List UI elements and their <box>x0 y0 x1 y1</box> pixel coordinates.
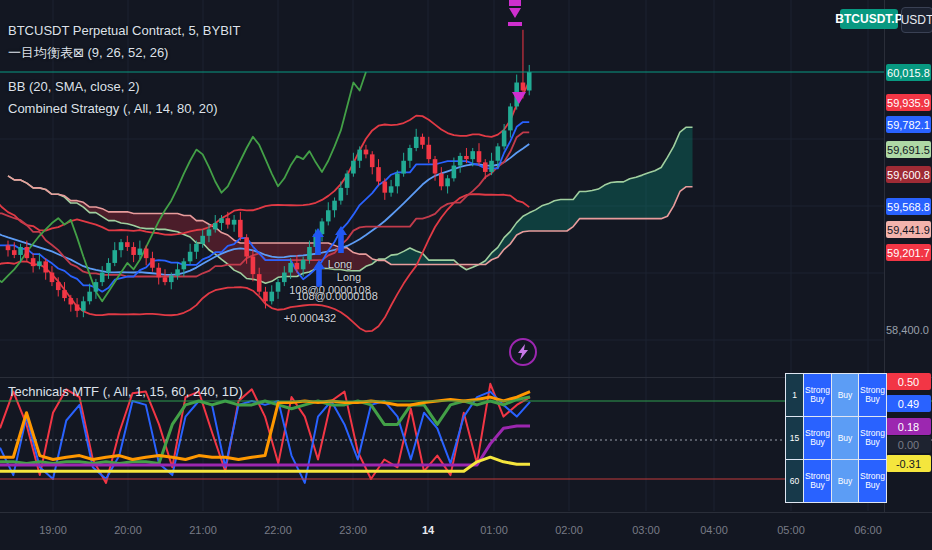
price-label-badge: 59,691.5 <box>886 141 931 158</box>
signal-cell: Buy <box>832 460 859 503</box>
time-axis-tick-label: 02:00 <box>547 524 591 536</box>
signals-table-row: 60Strong BuyBuyStrong Buy <box>786 460 887 503</box>
time-axis-tick-label: 19:00 <box>31 524 75 536</box>
price-label-badge: 0.49 <box>886 395 931 412</box>
timeframe-cell: 15 <box>786 417 804 460</box>
signals-table-row: 1Strong BuyBuyStrong Buy <box>786 374 887 417</box>
signal-cell: Strong Buy <box>859 417 887 460</box>
price-label-badge: 0.50 <box>886 373 931 390</box>
time-axis-border <box>0 512 932 513</box>
bb-basis-line <box>0 144 529 275</box>
time-axis-tick-label: 04:00 <box>692 524 736 536</box>
price-label-badge: 0.18 <box>886 418 931 435</box>
signal-cell: Strong Buy <box>804 374 832 417</box>
timeframe-cell: 60 <box>786 460 804 503</box>
ichimoku-cloud-bullish <box>372 248 454 265</box>
legend-combined-strategy[interactable]: Combined Strategy (, All, 14, 80, 20) <box>8 98 240 120</box>
signal-cell: Strong Buy <box>859 374 887 417</box>
signal-cell: Buy <box>832 417 859 460</box>
lower-panel-legend[interactable]: Technicals MTF (, All, 1, 15, 60, 240, 1… <box>8 384 243 399</box>
currency-unit-button[interactable]: USDT <box>901 7 932 33</box>
price-label-badge: -0.31 <box>886 455 931 472</box>
price-label-badge: 59,201.7 <box>886 244 931 261</box>
price-label-badge: 59,782.1 <box>886 116 931 133</box>
symbol-badge[interactable]: BTCUSDT.P <box>840 9 898 29</box>
ichimoku-cloud-bearish <box>58 194 372 283</box>
time-axis-tick-label: 05:00 <box>769 524 813 536</box>
price-axis-tick-label: 58,400.0 <box>886 324 929 336</box>
legend-ichimoku[interactable]: 一目均衡表⊠ (9, 26, 52, 26) <box>8 42 240 64</box>
time-axis-tick-label: 01:00 <box>472 524 516 536</box>
time-axis-tick-label: 20:00 <box>106 524 150 536</box>
trade-annotation-text: 108@0.0000108 <box>296 290 378 302</box>
legend-symbol[interactable]: BTCUSDT Perpetual Contract, 5, BYBIT <box>8 20 240 42</box>
time-axis-tick-label: 03:00 <box>624 524 668 536</box>
price-label-badge: 59,935.9 <box>886 94 931 111</box>
price-label-badge: 59,568.8 <box>886 198 931 215</box>
time-axis-tick-label: 23:00 <box>331 524 375 536</box>
time-axis-tick-label: 21:00 <box>181 524 225 536</box>
sell-short-arrow-icon <box>509 0 521 18</box>
tradingview-chart-window: BTCUSDT Perpetual Contract, 5, BYBIT 一目均… <box>0 0 932 550</box>
signal-cell: Strong Buy <box>804 417 832 460</box>
quick-trade-lightning-button[interactable] <box>510 339 536 365</box>
price-label-badge: 59,600.8 <box>886 166 931 183</box>
price-label-badge: 0.00 <box>886 436 931 453</box>
timeframe-cell: 1 <box>786 374 804 417</box>
technicals-signals-table: 1Strong BuyBuyStrong Buy15Strong BuyBuyS… <box>785 373 887 503</box>
price-label-badge: 60,015.8 <box>886 64 931 81</box>
signal-cell: Strong Buy <box>859 460 887 503</box>
legend-bollinger[interactable]: BB (20, SMA, close, 2) <box>8 76 240 98</box>
osc-series-tf-1D <box>0 426 530 465</box>
signal-cell: Strong Buy <box>804 460 832 503</box>
trade-annotation-text: +0.000432 <box>284 312 336 324</box>
chart-legend: BTCUSDT Perpetual Contract, 5, BYBIT 一目均… <box>8 20 240 120</box>
time-axis-tick-label: 06:00 <box>846 524 890 536</box>
price-label-badge: 59,441.9 <box>886 221 931 238</box>
signal-cell: Buy <box>832 374 859 417</box>
time-axis-tick-label: 22:00 <box>256 524 300 536</box>
signals-table-row: 15Strong BuyBuyStrong Buy <box>786 417 887 460</box>
sell-triangle-icon <box>512 92 526 104</box>
trade-annotation-text: Long <box>337 271 361 283</box>
ichimoku-cloud-bullish <box>8 176 58 194</box>
time-axis-tick-label: 14 <box>406 524 450 536</box>
trade-annotation-text: Long <box>328 258 352 270</box>
